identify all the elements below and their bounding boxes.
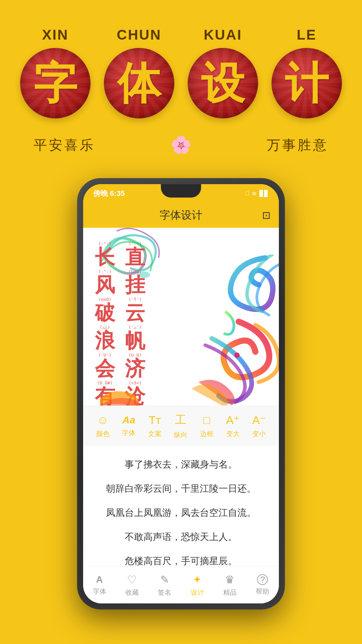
vertical-label: 纵向	[174, 430, 187, 439]
enlarge-icon: A⁺	[226, 413, 240, 427]
nav-collect-label: 收藏	[125, 588, 139, 597]
pinyin-xin: XIN	[42, 27, 68, 43]
content-area[interactable]: (-°-) 长 (-°-) 风 (ooO) 破	[83, 228, 279, 406]
tool-text[interactable]: Tт 文案	[148, 414, 162, 438]
app-title: 字体设计	[160, 208, 202, 223]
tool-color[interactable]: ☺ 颜色	[96, 414, 110, 438]
poetry-item-1: 朝辞白帝彩云间，千里江陵一日还。	[97, 477, 265, 501]
char-group-kuai: KUAI 设	[188, 27, 258, 118]
battery-icon: ▊▊	[259, 190, 269, 197]
color-icon: ☺	[97, 414, 109, 427]
char-she: 设	[201, 61, 245, 105]
tool-shrink[interactable]: A⁻ 变小	[252, 413, 266, 438]
char-ji: 计	[285, 61, 328, 105]
colorful-illustration	[172, 255, 279, 406]
nav-sign-label: 签名	[158, 588, 171, 597]
nav-help-label: 帮助	[256, 587, 269, 596]
text-label: 文案	[148, 429, 162, 438]
font-label: 字体	[122, 428, 135, 437]
border-label: 边框	[200, 429, 214, 438]
pinyin-row: XIN 字 CHUN 体 KUAI 设 LE 计	[13, 27, 349, 118]
tool-enlarge[interactable]: A⁺ 变大	[226, 413, 240, 438]
pinyin-chun: CHUN	[117, 27, 161, 43]
toolbar: ☺ 颜色 Aa 字体 Tт 文案 工 纵向 □ 边框	[83, 406, 279, 446]
circle-ji: 计	[272, 48, 342, 118]
nav-sign-icon: ✎	[160, 573, 169, 586]
signal-icon: □	[245, 190, 249, 197]
nav-premium-label: 精品	[223, 588, 237, 597]
status-time: 傍晚 6:35	[93, 189, 125, 199]
nav-design-icon: ✦	[193, 573, 202, 586]
subtitle-right: 万事胜意	[267, 136, 328, 154]
nav-font-label: 字体	[93, 587, 106, 596]
char-ti: 体	[117, 61, 161, 105]
phone-screen: 傍晚 6:35 □ ≋ ▊▊ 字体设计 ⊡	[83, 184, 279, 603]
circle-she: 设	[188, 48, 258, 118]
bottom-nav: A 字体 ♡ 收藏 ✎ 签名 ✦ 设计 ♛ 精品	[83, 567, 279, 603]
svg-point-1	[234, 353, 240, 358]
pinyin-kuai: KUAI	[204, 27, 242, 43]
shrink-label: 变小	[252, 429, 266, 438]
nav-design[interactable]: ✦ 设计	[191, 573, 204, 597]
phone-section: 傍晚 6:35 □ ≋ ▊▊ 字体设计 ⊡	[0, 178, 362, 609]
status-bar: 傍晚 6:35 □ ≋ ▊▊	[83, 184, 279, 203]
top-section: XIN 字 CHUN 体 KUAI 设 LE 计 平安喜乐	[0, 0, 362, 168]
color-label: 颜色	[96, 429, 110, 438]
share-icon[interactable]: ⊡	[262, 209, 270, 221]
shrink-icon: A⁻	[252, 413, 266, 427]
text-icon: Tт	[149, 414, 161, 427]
nav-help[interactable]: ? 帮助	[256, 574, 269, 596]
subtitle-left: 平安喜乐	[34, 136, 95, 154]
circle-ti: 体	[104, 48, 174, 118]
poetry-item-2: 凤凰台上凤凰游，凤去台空江自流。	[97, 501, 265, 525]
tool-border[interactable]: □ 边框	[200, 414, 214, 438]
nav-premium-icon: ♛	[225, 573, 235, 586]
nav-premium[interactable]: ♛ 精品	[223, 573, 237, 597]
vertical-icon: 工	[175, 412, 186, 428]
char-group-le: LE 计	[272, 27, 342, 118]
nav-collect[interactable]: ♡ 收藏	[125, 573, 139, 597]
nav-sign[interactable]: ✎ 签名	[158, 573, 171, 597]
notch	[161, 184, 201, 198]
text-list: 事了拂衣去，深藏身与名。 朝辞白帝彩云间，千里江陵一日还。 凤凰台上凤凰游，凤去…	[83, 446, 279, 567]
subtitle-row: 平安喜乐 🌸 万事胜意	[13, 135, 349, 155]
nav-font[interactable]: A 字体	[93, 574, 106, 596]
app-header: 字体设计 ⊡	[83, 203, 279, 228]
pinyin-le: LE	[297, 27, 317, 43]
tool-font[interactable]: Aa 字体	[122, 414, 135, 437]
enlarge-label: 变大	[226, 429, 240, 438]
border-icon: □	[203, 414, 210, 427]
phone-mockup: 傍晚 6:35 □ ≋ ▊▊ 字体设计 ⊡	[77, 178, 285, 609]
lotus-icon: 🌸	[171, 135, 191, 155]
nav-collect-icon: ♡	[127, 573, 137, 586]
nav-font-icon: A	[96, 574, 103, 585]
poetry-item-3: 不敢高声语，恐惊天上人。	[97, 525, 265, 549]
status-icons: □ ≋ ▊▊	[245, 190, 269, 197]
char-zi: 字	[34, 61, 77, 105]
circle-zi: 字	[20, 48, 90, 118]
nav-help-icon: ?	[257, 574, 268, 585]
poetry-item-4: 危楼高百尺，手可摘星辰。	[97, 549, 265, 567]
wifi-icon: ≋	[252, 190, 257, 197]
char-group-xin: XIN 字	[20, 27, 90, 118]
char-group-chun: CHUN 体	[104, 27, 174, 118]
orange-accent	[100, 372, 140, 406]
nav-design-label: 设计	[191, 588, 204, 597]
font-icon: Aa	[122, 414, 135, 426]
tool-vertical[interactable]: 工 纵向	[174, 412, 187, 439]
poetry-item-0: 事了拂衣去，深藏身与名。	[97, 452, 265, 477]
